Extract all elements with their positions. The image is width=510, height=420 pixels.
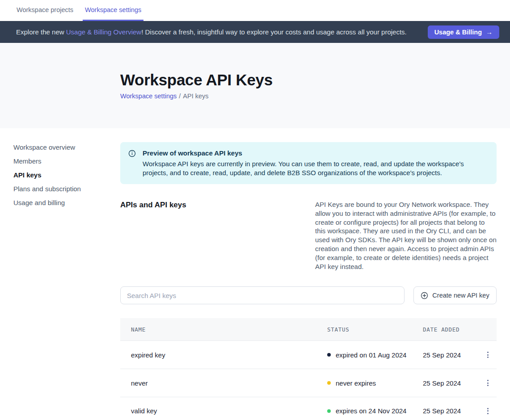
settings-sidebar: Workspace overview Members API keys Plan… (0, 128, 120, 420)
info-icon (128, 150, 136, 177)
callout-content: Preview of workspace API keys Workspace … (143, 149, 487, 177)
table-controls: Create new API key (120, 286, 497, 304)
api-keys-table: NAME STATUS DATE ADDED expired key expir… (120, 318, 497, 420)
breadcrumb-separator: / (179, 92, 181, 100)
breadcrumb-workspace-settings-link[interactable]: Workspace settings (120, 92, 177, 100)
api-key-status: expired on 01 Aug 2024 (327, 351, 423, 359)
usage-billing-overview-link[interactable]: Usage & Billing Overview (66, 28, 141, 36)
sidebar-item-workspace-overview[interactable]: Workspace overview (13, 140, 111, 154)
api-key-name: never (120, 379, 327, 387)
section-heading: APIs and API keys (120, 200, 186, 271)
banner-text-after: ! Discover a fresh, insightful way to ex… (141, 28, 407, 36)
column-header-date-added: DATE ADDED (423, 326, 479, 333)
api-key-status: never expires (327, 379, 423, 387)
preview-callout: Preview of workspace API keys Workspace … (120, 142, 497, 184)
status-text: expires on 24 Nov 2024 (336, 407, 406, 415)
status-text: never expires (336, 379, 376, 387)
table-row: never never expires 25 Sep 2024 (120, 369, 497, 397)
status-text: expired on 01 Aug 2024 (336, 351, 406, 359)
row-actions-menu-button[interactable] (485, 405, 491, 417)
usage-billing-banner: Explore the new Usage & Billing Overview… (0, 21, 510, 43)
status-dot (327, 381, 331, 385)
api-key-date-added: 25 Sep 2024 (423, 379, 479, 387)
status-dot (327, 409, 331, 413)
table-header-row: NAME STATUS DATE ADDED (120, 318, 497, 340)
api-key-date-added: 25 Sep 2024 (423, 407, 479, 415)
table-row: expired key expired on 01 Aug 2024 25 Se… (120, 340, 497, 369)
table-row: valid key expires on 24 Nov 2024 25 Sep … (120, 397, 497, 420)
sidebar-item-members[interactable]: Members (13, 154, 111, 168)
api-key-date-added: 25 Sep 2024 (423, 351, 479, 359)
sidebar-item-api-keys[interactable]: API keys (13, 168, 111, 182)
usage-billing-button[interactable]: Usage & Billing → (428, 25, 499, 39)
apis-section: APIs and API keys API Keys are bound to … (120, 200, 497, 271)
breadcrumb-current: API keys (183, 92, 208, 100)
workspace-api-keys-page: Workspace projects Workspace settings Ex… (0, 0, 510, 420)
callout-title: Preview of workspace API keys (143, 149, 487, 158)
api-key-status: expires on 24 Nov 2024 (327, 407, 423, 415)
top-navigation: Workspace projects Workspace settings (0, 0, 510, 21)
create-api-key-button[interactable]: Create new API key (413, 286, 497, 304)
api-key-name: expired key (120, 351, 327, 359)
sidebar-item-plans-and-subscription[interactable]: Plans and subscription (13, 182, 111, 196)
column-header-name: NAME (120, 326, 327, 333)
tab-workspace-settings[interactable]: Workspace settings (83, 0, 143, 21)
content-area: Workspace overview Members API keys Plan… (0, 128, 510, 420)
plus-circle-icon (421, 292, 428, 299)
page-title: Workspace API Keys (120, 71, 510, 89)
column-header-status: STATUS (327, 326, 423, 333)
banner-message: Explore the new Usage & Billing Overview… (16, 28, 407, 36)
create-api-key-label: Create new API key (432, 292, 489, 299)
tab-workspace-projects[interactable]: Workspace projects (14, 0, 76, 21)
usage-billing-button-label: Usage & Billing (434, 29, 482, 36)
status-dot (327, 353, 331, 357)
sidebar-item-usage-and-billing[interactable]: Usage and billing (13, 196, 111, 210)
api-key-name: valid key (120, 407, 327, 415)
search-input[interactable] (120, 286, 405, 304)
callout-body: Workspace API keys are currently in prev… (143, 160, 487, 177)
section-description: API Keys are bound to your Ory Network w… (315, 200, 497, 271)
row-actions-menu-button[interactable] (485, 349, 491, 361)
row-actions-menu-button[interactable] (485, 377, 491, 389)
banner-text-before: Explore the new (16, 28, 66, 36)
arrow-right-icon: → (486, 28, 493, 36)
breadcrumb: Workspace settings/API keys (120, 92, 510, 100)
page-header: Workspace API Keys Workspace settings/AP… (0, 43, 510, 128)
main-panel: Preview of workspace API keys Workspace … (120, 128, 497, 420)
